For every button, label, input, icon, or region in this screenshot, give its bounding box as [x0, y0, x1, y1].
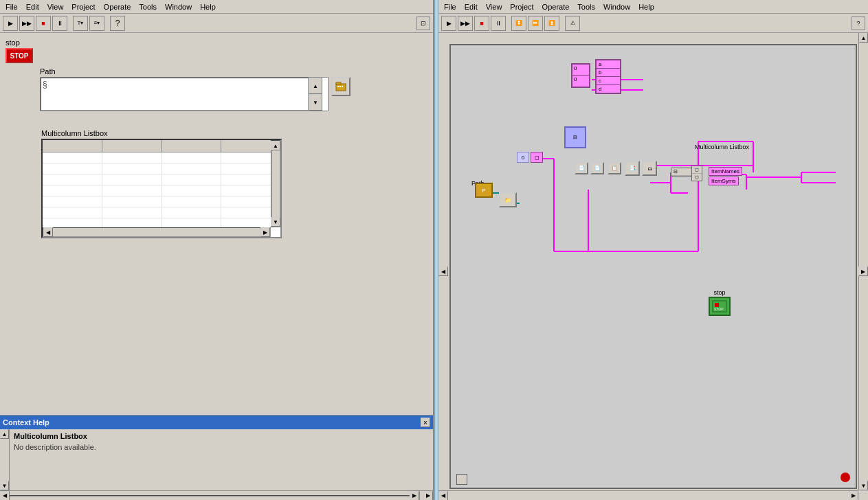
- menu-project-left[interactable]: Project: [67, 2, 99, 12]
- numeric-const-0[interactable]: 0: [517, 152, 529, 163]
- text-settings-button[interactable]: T▾: [73, 16, 88, 31]
- subvi-5[interactable]: 🗂: [642, 161, 657, 176]
- resize-btn-right[interactable]: ?: [852, 16, 865, 30]
- hscroll-left-btn[interactable]: ◀: [43, 227, 53, 237]
- align-button[interactable]: ≡▾: [89, 16, 104, 31]
- path-scroll-dn[interactable]: ▼: [309, 94, 322, 111]
- bd-stop-icon[interactable]: STOP: [709, 297, 731, 316]
- menu-window-right[interactable]: Window: [599, 2, 634, 12]
- path-box: § ▲ ▼: [40, 77, 329, 111]
- bottom-left-arrow[interactable]: ◀: [0, 491, 10, 501]
- run-btn-right[interactable]: ▶: [441, 16, 456, 31]
- bd-canvas[interactable]: ◀ ▶: [438, 33, 868, 500]
- table-row: [43, 196, 280, 207]
- bd-wires: [451, 45, 856, 488]
- vscroll-up-btn[interactable]: ▲: [271, 141, 280, 150]
- bd-vscroll[interactable]: ▲ ▼: [858, 33, 868, 490]
- stop-label: stop: [5, 38, 33, 47]
- bottom-right-arrow-left[interactable]: ▶: [410, 491, 419, 501]
- resize-button[interactable]: ⊡: [416, 16, 430, 30]
- menu-edit-left[interactable]: Edit: [22, 2, 43, 12]
- menu-project-right[interactable]: Project: [506, 2, 537, 12]
- subvi-1[interactable]: 📄: [575, 162, 588, 174]
- step-out-btn[interactable]: ⏫: [544, 16, 559, 31]
- array-const-1[interactable]: 0 0: [571, 63, 590, 88]
- menu-tools-right[interactable]: Tools: [573, 2, 599, 12]
- bottom-track-left[interactable]: [10, 495, 410, 497]
- bd-hscroll-left[interactable]: ◀: [438, 491, 448, 501]
- bd-stop-node[interactable]: stop STOP: [709, 289, 731, 316]
- bd-hscroll[interactable]: ◀ ▶: [438, 490, 858, 500]
- stop-button[interactable]: STOP: [5, 48, 33, 63]
- menu-file-right[interactable]: File: [440, 2, 460, 12]
- path-input[interactable]: §: [41, 78, 309, 111]
- menu-edit-right[interactable]: Edit: [460, 2, 482, 12]
- bd-scroll-left[interactable]: ◀: [438, 266, 448, 276]
- table-row: [43, 218, 280, 227]
- context-help-close-btn[interactable]: ×: [421, 418, 430, 427]
- run-continuous-button[interactable]: ▶▶: [19, 16, 34, 31]
- listbox-wrapper: ▲ ▼ ◀ ▶: [41, 139, 282, 238]
- listbox-col-0: [43, 140, 102, 152]
- menu-window-left[interactable]: Window: [161, 2, 196, 12]
- menu-view-left[interactable]: View: [43, 2, 68, 12]
- path-label: Path: [40, 67, 348, 76]
- bd-multicolumn-label: Multicolumn Listbox: [695, 144, 749, 150]
- bd-terminal-1[interactable]: ◻: [531, 152, 543, 163]
- step-into-btn[interactable]: ⏬: [511, 16, 526, 31]
- menu-help-left[interactable]: Help: [196, 2, 220, 12]
- bd-hscroll-track[interactable]: [448, 492, 849, 500]
- warn-btn[interactable]: ⚠: [565, 16, 580, 31]
- listbox-vscroll[interactable]: ▲ ▼: [271, 140, 280, 227]
- subvi-3[interactable]: 📋: [608, 162, 621, 174]
- abort-button[interactable]: ■: [36, 16, 51, 31]
- bd-scroll-right[interactable]: ▶: [858, 266, 868, 276]
- run-cont-btn-right[interactable]: ▶▶: [458, 16, 473, 31]
- run-button[interactable]: ▶: [3, 16, 18, 31]
- property-node-2[interactable]: ◻ ◻: [691, 166, 702, 181]
- listbox-hscroll[interactable]: ◀ ▶: [43, 227, 271, 237]
- bottom-scrollbar-left: ◀ ▶ ▶: [0, 490, 433, 500]
- bottom-expand-left[interactable]: ▶: [423, 491, 433, 501]
- listbox-header: [43, 140, 280, 152]
- ch-scroll-track[interactable]: [0, 439, 9, 481]
- bd-vscroll-up[interactable]: ▲: [859, 33, 868, 43]
- pause-btn-right[interactable]: ⏸: [491, 16, 506, 31]
- bd-vscroll-track[interactable]: [859, 43, 868, 481]
- error-indicator[interactable]: [841, 473, 850, 482]
- context-help-body: ▲ ▼ Multicolumn Listbox No description a…: [0, 429, 433, 490]
- vscroll-dn-btn[interactable]: ▼: [271, 217, 280, 227]
- help-button[interactable]: ?: [110, 16, 125, 31]
- subvi-4[interactable]: 📑: [625, 161, 640, 176]
- table-row: [43, 163, 280, 174]
- menu-tools-left[interactable]: Tools: [135, 2, 161, 12]
- bd-listbox-node[interactable]: ⊞: [564, 126, 586, 148]
- bd-hscroll-right[interactable]: ▶: [849, 491, 858, 501]
- path-scroll-up[interactable]: ▲: [309, 78, 322, 94]
- bd-itemsyms-label: ItemSyms: [709, 177, 739, 185]
- path-text: §: [41, 78, 308, 91]
- ch-scroll-dn[interactable]: ▼: [0, 481, 9, 490]
- context-help-desc: No description available.: [14, 443, 429, 451]
- step-over-btn[interactable]: ⏩: [528, 16, 543, 31]
- listbox-body[interactable]: [43, 152, 280, 227]
- menu-operate-right[interactable]: Operate: [538, 2, 574, 12]
- context-help-text: Multicolumn Listbox No description avail…: [10, 429, 433, 490]
- hscroll-right-btn[interactable]: ▶: [260, 227, 270, 237]
- bd-path-terminal[interactable]: P: [475, 183, 493, 198]
- ch-scroll-up[interactable]: ▲: [0, 429, 9, 439]
- menu-operate-left[interactable]: Operate: [100, 2, 135, 12]
- menu-help-right[interactable]: Help: [634, 2, 658, 12]
- menu-view-right[interactable]: View: [482, 2, 507, 12]
- path-browse-button[interactable]: [331, 77, 350, 96]
- abort-btn-right[interactable]: ■: [474, 16, 489, 31]
- toolbar-left: ▶ ▶▶ ■ ⏸ T▾ ≡▾ ? ⊡: [0, 14, 433, 33]
- bd-vscroll-dn[interactable]: ▼: [859, 481, 868, 490]
- stop-area: stop STOP: [5, 38, 33, 63]
- array-const-2[interactable]: a b c d: [595, 59, 621, 94]
- menu-file-left[interactable]: File: [1, 2, 22, 12]
- bd-corner-indicator[interactable]: [456, 474, 467, 485]
- pause-button[interactable]: ⏸: [52, 16, 67, 31]
- subvi-2[interactable]: 📄: [590, 162, 604, 174]
- bd-file-const[interactable]: 📁: [499, 192, 517, 207]
